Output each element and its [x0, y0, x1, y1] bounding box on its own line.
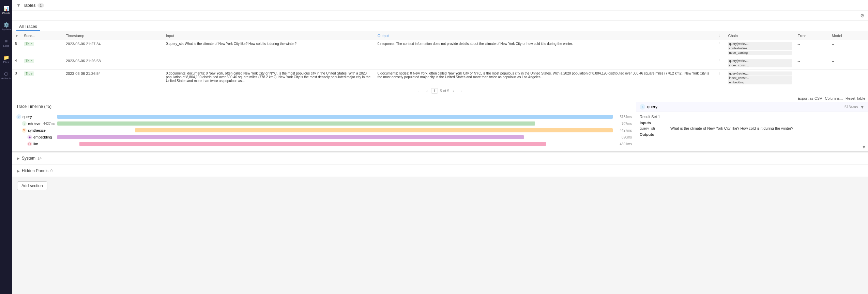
tables-header: ▼ Tables 1 — [16, 3, 864, 8]
col-input[interactable]: Input — [163, 31, 375, 40]
col-more[interactable]: ⋮ — [713, 31, 725, 40]
result-set-label: Result Set 1 — [640, 115, 865, 119]
tables-count: 1 — [37, 3, 44, 7]
system-section-header[interactable]: ▶ System 14 — [12, 152, 868, 164]
query-str-value: What is the climate of New York City lik… — [670, 126, 793, 130]
col-chain[interactable]: Chain — [725, 31, 795, 40]
main-content: ▼ Tables 1 ⚙ All Traces ▼ Succ... — [12, 0, 868, 294]
artifacts-icon: ⬡ — [4, 71, 8, 76]
trace-bar-area — [57, 141, 613, 147]
query-detail-title: query — [647, 104, 842, 109]
page-last-btn[interactable]: → — [457, 88, 464, 94]
trace-node-row[interactable]: ⬡ llm 4391ms — [16, 141, 632, 147]
row-num: 4 — [12, 57, 21, 70]
sidebar-item-charts[interactable]: 📊 Charts — [1, 3, 12, 18]
traces-tab: All Traces — [12, 21, 868, 31]
hidden-section-count: 0 — [50, 169, 52, 173]
sidebar-item-files-label: Files — [3, 61, 9, 64]
trace-node-name: embedding — [33, 135, 52, 139]
sidebar-item-artifacts[interactable]: ⬡ Artifacts — [1, 68, 12, 83]
hidden-arrow-icon: ▶ — [17, 169, 20, 173]
add-section-button[interactable]: Add section — [17, 181, 47, 190]
trace-label-embedding: ◈ embedding — [16, 135, 57, 140]
row-model: -- — [829, 57, 868, 70]
sidebar-item-system[interactable]: ⚙️ System — [1, 19, 12, 34]
col-timestamp[interactable]: Timestamp — [63, 31, 163, 40]
tables-header-section: ▼ Tables 1 — [12, 0, 868, 11]
trace-icon-embedding: ◈ — [27, 135, 32, 140]
settings-icon[interactable]: ⚙ — [859, 12, 865, 19]
row-model: -- — [829, 40, 868, 57]
row-more[interactable]: ⋮ — [713, 57, 725, 70]
trace-icon-synthesize: ⟳ — [22, 128, 27, 133]
page-first-btn[interactable]: ← — [416, 88, 423, 94]
trace-label-retrieve: ↓ retrieve 4427ms — [16, 121, 57, 126]
trace-bar-retrieve — [57, 121, 535, 126]
query-detail-header: ○ query 5134ms ▼ — [636, 102, 868, 112]
query-detail-ms: 5134ms — [844, 105, 858, 109]
row-timestamp: 2023-06-06 21:26:58 — [63, 57, 163, 70]
trace-bar-area — [57, 134, 613, 140]
col-output[interactable]: Output — [375, 31, 714, 40]
table-row[interactable]: 4 True 2023-06-06 21:26:58 ⋮ query(retri… — [12, 57, 868, 70]
row-success: True — [21, 40, 63, 57]
filter-icon[interactable]: ▼ — [15, 34, 18, 38]
row-error: -- — [795, 70, 829, 86]
sidebar-item-logs-label: Logs — [3, 44, 9, 47]
query-detail-body: Result Set 1 Inputs query_str What is th… — [636, 112, 868, 143]
trace-label-synthesize: ⟳ synthesize — [16, 128, 57, 133]
row-timestamp: 2023-06-06 21:26:54 — [63, 70, 163, 86]
inputs-section-label: Inputs — [640, 121, 865, 125]
row-timestamp: 2023-06-06 21:27:34 — [63, 40, 163, 57]
trace-bar-area — [57, 128, 613, 133]
system-section-name: System — [22, 156, 35, 161]
system-section-count: 14 — [37, 156, 42, 160]
scroll-down-btn[interactable]: ▾ — [863, 144, 865, 150]
row-error: -- — [795, 40, 829, 57]
tab-all-traces[interactable]: All Traces — [16, 23, 40, 31]
col-filter: ▼ — [12, 31, 21, 40]
trace-bar-synthesize — [135, 128, 613, 132]
query-str-row: query_str What is the climate of New Yor… — [640, 126, 865, 130]
col-model[interactable]: Model — [829, 31, 868, 40]
sidebar-item-system-label: System — [2, 28, 11, 31]
row-chain: query(retriev...index_constr... — [725, 57, 795, 70]
row-output: 0.response: The context information does… — [375, 40, 714, 57]
page-next-btn[interactable]: › — [451, 88, 455, 94]
expand-icon[interactable]: ▼ — [16, 3, 21, 8]
trace-node-row[interactable]: ○ query 5134ms — [16, 114, 632, 119]
table-scroll-container[interactable]: ▼ Succ... Timestamp Input Output ⋮ Chain… — [12, 31, 868, 86]
query-detail-icon: ○ — [640, 104, 645, 110]
trace-icon-llm: ⬡ — [27, 142, 32, 146]
col-error[interactable]: Error — [795, 31, 829, 40]
table-panel: ⚙ All Traces ▼ Succ... Timestamp Input O… — [12, 11, 868, 102]
table-row[interactable]: 5 True 2023-06-06 21:27:34 0.query_str: … — [12, 40, 868, 57]
row-more[interactable]: ⋮ — [713, 40, 725, 57]
add-section-area: Add section — [12, 177, 868, 194]
row-error: -- — [795, 57, 829, 70]
system-icon: ⚙️ — [3, 22, 9, 27]
row-output: 0.documents: nodes: 0 New York, often ca… — [375, 70, 714, 86]
outputs-label: Outputs — [640, 132, 865, 136]
files-icon: 📁 — [3, 55, 9, 60]
export-csv-btn[interactable]: Export as CSV — [797, 96, 822, 100]
sidebar-item-logs[interactable]: ≡ Logs — [1, 35, 12, 50]
page-prev-btn[interactable]: ‹ — [425, 88, 429, 94]
row-more[interactable]: ⋮ — [713, 70, 725, 86]
trace-node-name: retrieve — [28, 121, 41, 126]
trace-icon-retrieve: ↓ — [22, 121, 27, 126]
trace-title: Trace Timeline (#5) — [12, 102, 636, 111]
col-success[interactable]: Succ... — [21, 31, 63, 40]
reset-table-btn[interactable]: Reset Table — [846, 96, 865, 100]
table-row[interactable]: 3 True 2023-06-06 21:26:54 0.documents: … — [12, 70, 868, 86]
query-detail-expand[interactable]: ▼ — [860, 104, 865, 110]
hidden-panels-header[interactable]: ▶ Hidden Panels 0 — [12, 165, 868, 177]
trace-node-row[interactable]: ↓ retrieve 4427ms 707ms — [16, 121, 632, 126]
trace-node-row[interactable]: ◈ embedding 690ms — [16, 134, 632, 140]
sidebar-item-files[interactable]: 📁 Files — [1, 52, 12, 67]
columns-btn[interactable]: Columns... — [825, 96, 843, 100]
page-number[interactable]: 1 — [431, 88, 438, 94]
trace-bar-query — [57, 115, 613, 119]
trace-node-row[interactable]: ⟳ synthesize 4427ms — [16, 128, 632, 133]
trace-right-panel: ○ query 5134ms ▼ Result Set 1 Inputs que… — [636, 102, 868, 151]
